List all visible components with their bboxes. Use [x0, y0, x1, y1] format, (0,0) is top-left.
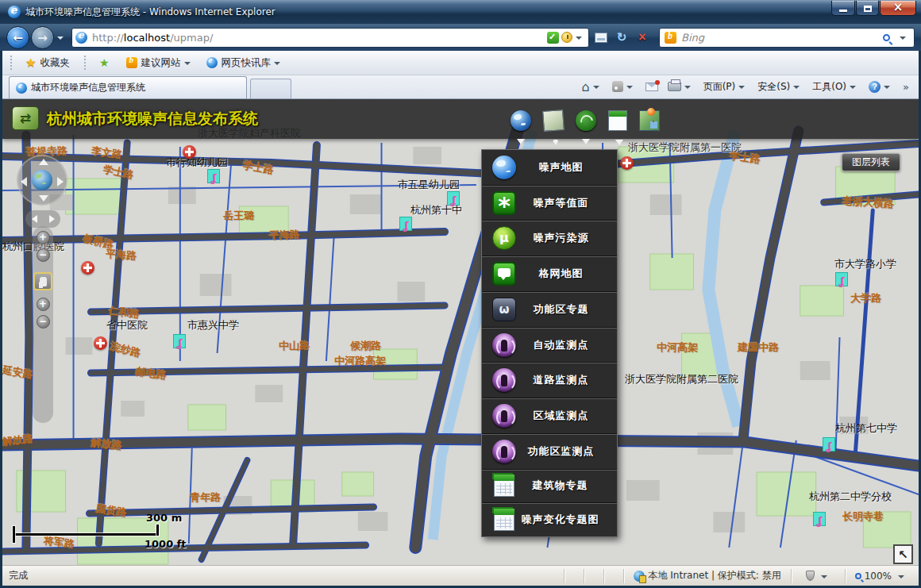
layer-list-button[interactable]: 图层列表	[842, 153, 900, 171]
pan-up-icon[interactable]	[39, 159, 48, 165]
school-marker-icon[interactable]	[399, 217, 412, 231]
map-compass-tool-icon[interactable]	[542, 110, 565, 132]
scale-metric: 300 m	[146, 512, 182, 524]
close-button[interactable]	[880, 1, 916, 16]
hospital-marker-icon[interactable]	[81, 261, 94, 275]
web-slices-button[interactable]: 网页快讯库	[200, 53, 291, 72]
compass-tool-icon[interactable]	[576, 110, 596, 131]
minimize-button[interactable]	[831, 1, 855, 16]
stop-button[interactable]	[634, 28, 651, 47]
pan-left-icon[interactable]	[21, 177, 27, 186]
compatibility-view-button[interactable]	[592, 28, 610, 47]
hospital-marker-icon[interactable]	[620, 156, 634, 170]
pan-down-icon[interactable]	[39, 195, 48, 202]
help-dropdown-icon[interactable]	[884, 86, 890, 92]
url-text[interactable]: http://localhost/upmap/	[92, 32, 547, 44]
zoom-dropdown-icon[interactable]	[898, 575, 904, 582]
menu-item[interactable]: 道路监测点	[482, 362, 617, 398]
suggested-sites-button[interactable]: 建议网站	[120, 53, 200, 72]
window-title: 城市环境噪声信息管理系统 - Windows Internet Explorer	[25, 6, 830, 19]
zoom-box-out-button[interactable]: −	[37, 315, 50, 329]
map-pin-tool-icon[interactable]	[639, 110, 660, 131]
app-header: 杭州城市环境噪声信息发布系统	[2, 99, 919, 139]
school-marker-icon[interactable]	[173, 334, 186, 348]
pan-compass[interactable]	[17, 155, 67, 206]
rotate-left-icon[interactable]	[32, 215, 37, 223]
refresh-button[interactable]	[613, 28, 630, 47]
menu-item[interactable]: 功能区监测点	[482, 433, 617, 469]
zoom-control[interactable]: 100%	[855, 571, 919, 582]
suggested-sites-icon	[126, 57, 137, 68]
safety-menu-button[interactable]: 安全(S)	[753, 77, 807, 96]
add-favorite-button[interactable]: ★	[93, 53, 120, 72]
zoom-box-in-button[interactable]: +	[37, 298, 50, 311]
suggested-sites-dropdown-icon[interactable]	[184, 62, 191, 68]
tab-noise-system[interactable]: 城市环境噪声信息管理系统	[9, 76, 247, 98]
menu-item[interactable]: 噪声污染源	[482, 220, 617, 256]
search-box[interactable]: Bing	[659, 28, 915, 48]
safety-menu-dropdown-icon[interactable]	[793, 86, 800, 92]
tools-menu-button[interactable]: 工具(O)	[807, 77, 864, 96]
school-marker-icon[interactable]	[207, 169, 220, 183]
home-button[interactable]	[576, 77, 607, 96]
menu-item[interactable]: 噪声地图	[482, 150, 617, 185]
rotate-right-icon[interactable]	[49, 215, 55, 223]
protected-mode-button[interactable]	[801, 569, 835, 583]
home-dropdown-icon[interactable]	[593, 86, 599, 92]
road-monitor-icon	[492, 368, 516, 392]
menu-item[interactable]: 自动监测点	[482, 327, 617, 363]
maximize-button[interactable]	[856, 1, 879, 16]
school-marker-icon[interactable]	[835, 272, 848, 286]
table-tool-icon[interactable]	[608, 110, 627, 131]
maximize-icon	[864, 6, 872, 12]
globe-tool-icon[interactable]	[511, 110, 531, 131]
menu-item[interactable]: 区域监测点	[482, 398, 617, 433]
help-button[interactable]	[864, 77, 898, 96]
pan-right-icon[interactable]	[57, 177, 64, 186]
menu-item[interactable]: 噪声等值面	[482, 185, 617, 221]
web-slices-dropdown-icon[interactable]	[274, 62, 280, 68]
menu-item[interactable]: 噪声变化专题图	[482, 502, 617, 536]
protected-mode-dropdown-icon[interactable]	[821, 575, 827, 582]
read-mail-button[interactable]	[641, 77, 663, 96]
overflow-chevron-icon[interactable]	[898, 77, 914, 96]
window-titlebar[interactable]: 城市环境噪声信息管理系统 - Windows Internet Explorer	[0, 0, 921, 24]
auto-monitor-icon	[492, 333, 516, 357]
back-button[interactable]	[6, 26, 29, 49]
zoom-out-button[interactable]: −	[37, 248, 50, 262]
menu-item[interactable]: 功能区专题	[482, 291, 617, 327]
address-dropdown-icon[interactable]	[576, 37, 582, 43]
school-marker-icon[interactable]	[447, 191, 460, 206]
school-marker-icon[interactable]	[823, 437, 835, 452]
globe-center-icon[interactable]	[32, 170, 52, 190]
menu-item-label: 自动监测点	[516, 338, 617, 352]
feeds-dropdown-icon[interactable]	[626, 86, 633, 92]
hospital-marker-icon[interactable]	[183, 145, 196, 159]
search-dropdown-icon[interactable]	[900, 37, 906, 43]
search-icon[interactable]	[883, 34, 890, 41]
tools-menu-dropdown-icon[interactable]	[850, 86, 856, 92]
forward-button[interactable]	[31, 26, 54, 49]
print-dropdown-icon[interactable]	[684, 86, 691, 92]
map-viewport[interactable]: 菩提寺路李文路学士路学士路学士路岳王璐板桥路平海路平海路老浙大横路仁和路浣纱路延…	[2, 99, 919, 565]
page-menu-dropdown-icon[interactable]	[738, 86, 745, 92]
school-marker-icon[interactable]	[813, 512, 826, 526]
favorites-button[interactable]: ★ 收藏夹	[19, 53, 76, 72]
address-bar[interactable]: http://localhost/upmap/	[71, 28, 589, 48]
overview-map-button[interactable]	[893, 544, 913, 564]
feeds-button[interactable]	[607, 77, 641, 96]
zone-monitor-icon	[492, 440, 516, 463]
menu-item[interactable]: 建筑物专题	[482, 469, 617, 503]
hospital-marker-icon[interactable]	[94, 336, 107, 350]
new-tab-button[interactable]	[250, 79, 291, 98]
street-label: 候潮路	[350, 339, 381, 353]
tab-favicon-icon	[16, 83, 27, 94]
page-menu-button[interactable]: 页面(P)	[699, 77, 753, 96]
favorites-label: 收藏夹	[40, 56, 70, 70]
rotate-control[interactable]	[25, 210, 60, 228]
history-dropdown-icon[interactable]	[57, 37, 64, 43]
print-button[interactable]	[663, 77, 699, 96]
zoom-in-button[interactable]: +	[37, 231, 50, 244]
menu-item[interactable]: 格网地图	[482, 256, 617, 291]
pan-hand-button[interactable]	[33, 272, 52, 290]
